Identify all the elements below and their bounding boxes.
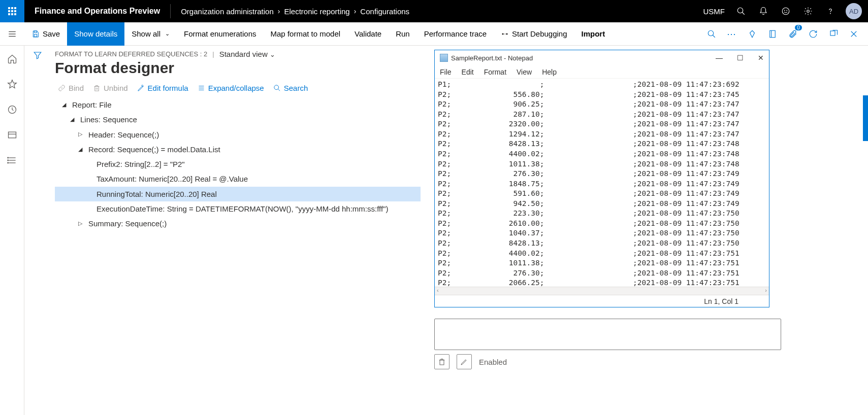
tree-node-execdt[interactable]: ExecutionDateTime: String = DATETIMEFORM… bbox=[55, 201, 421, 216]
bell-icon[interactable] bbox=[753, 0, 774, 22]
show-all-button[interactable]: Show all⌄ bbox=[124, 22, 177, 46]
svg-point-37 bbox=[7, 157, 8, 158]
diamond-icon[interactable] bbox=[743, 25, 761, 43]
avatar[interactable]: AD bbox=[846, 3, 862, 19]
config-name: FORMAT TO LEARN DEFERRED SEQUENCES : 2 bbox=[55, 50, 207, 58]
notepad-hscrollbar[interactable]: ‹› bbox=[435, 287, 769, 295]
map-format-button[interactable]: Map format to model bbox=[264, 22, 348, 46]
notepad-menubar: File Edit Format View Help bbox=[435, 65, 769, 79]
expand-icon[interactable]: ▷ bbox=[78, 129, 85, 140]
chevron-right-icon: › bbox=[278, 7, 280, 15]
minimize-icon[interactable]: — bbox=[716, 54, 723, 62]
app-launcher-icon[interactable] bbox=[0, 0, 24, 22]
gear-icon[interactable] bbox=[798, 0, 818, 22]
smile-icon[interactable] bbox=[776, 0, 796, 22]
svg-line-25 bbox=[713, 35, 715, 38]
start-debugging-button[interactable]: Start Debugging bbox=[494, 22, 574, 46]
import-button[interactable]: Import bbox=[574, 22, 613, 46]
svg-rect-32 bbox=[8, 132, 16, 138]
notepad-titlebar[interactable]: SampleReport.txt - Notepad — ☐ ✕ bbox=[435, 50, 769, 65]
star-icon[interactable] bbox=[4, 76, 20, 92]
tree-node-record[interactable]: ◢Record: Sequence(;) = model.Data.List bbox=[55, 142, 421, 157]
collapse-icon[interactable]: ◢ bbox=[62, 99, 69, 110]
svg-point-9 bbox=[737, 8, 743, 13]
tree-node-runningtotal[interactable]: RunningTotal: Numeric[20..20] Real bbox=[55, 187, 421, 201]
workspace-icon[interactable] bbox=[4, 127, 20, 143]
menu-edit[interactable]: Edit bbox=[462, 68, 474, 76]
svg-point-22 bbox=[506, 33, 508, 34]
save-label: Save bbox=[43, 29, 60, 38]
delete-icon[interactable] bbox=[434, 354, 449, 369]
close-icon[interactable] bbox=[845, 25, 863, 43]
side-strip[interactable] bbox=[863, 95, 868, 141]
svg-point-11 bbox=[782, 8, 789, 15]
expand-icon[interactable]: ▷ bbox=[78, 218, 85, 229]
svg-rect-6 bbox=[8, 13, 10, 15]
tree-node-report[interactable]: ◢Report: File bbox=[55, 97, 421, 112]
tree-node-summary[interactable]: ▷Summary: Sequence(;) bbox=[55, 216, 421, 231]
menu-file[interactable]: File bbox=[440, 68, 452, 76]
hamburger-icon[interactable] bbox=[0, 29, 24, 39]
svg-rect-3 bbox=[8, 10, 10, 12]
format-enumerations-button[interactable]: Format enumerations bbox=[177, 22, 264, 46]
breadcrumb-item[interactable]: Configurations bbox=[360, 7, 409, 16]
attachments-icon[interactable]: 0 bbox=[784, 25, 802, 43]
tree-node-header[interactable]: ▷Header: Sequence(;) bbox=[55, 127, 421, 142]
save-button[interactable]: Save bbox=[24, 22, 67, 46]
clock-icon[interactable] bbox=[4, 101, 20, 118]
run-button[interactable]: Run bbox=[389, 22, 417, 46]
notepad-statusbar: Ln 1, Col 1 bbox=[435, 295, 769, 307]
modules-icon[interactable] bbox=[4, 152, 20, 168]
help-icon[interactable] bbox=[820, 0, 841, 22]
expand-collapse-button[interactable]: Expand/collapse bbox=[198, 84, 264, 92]
bind-button[interactable]: Bind bbox=[58, 84, 84, 92]
office-icon[interactable] bbox=[763, 25, 782, 43]
validate-button[interactable]: Validate bbox=[347, 22, 389, 46]
tree-node-taxamount[interactable]: TaxAmount: Numeric[20..20] Real = @.Valu… bbox=[55, 171, 421, 186]
notepad-title-text: SampleReport.txt - Notepad bbox=[451, 54, 533, 62]
collapse-icon[interactable]: ◢ bbox=[70, 114, 77, 125]
svg-rect-7 bbox=[11, 13, 13, 15]
collapse-icon[interactable]: ◢ bbox=[78, 144, 85, 155]
edit-formula-button[interactable]: Edit formula bbox=[137, 84, 188, 92]
breadcrumb-item[interactable]: Organization administration bbox=[181, 7, 274, 16]
company-picker[interactable]: USMF bbox=[703, 7, 725, 16]
menu-view[interactable]: View bbox=[517, 68, 532, 76]
edit-icon[interactable] bbox=[457, 354, 472, 369]
search-icon[interactable] bbox=[731, 0, 751, 22]
svg-point-13 bbox=[787, 10, 787, 11]
filter-icon[interactable] bbox=[33, 51, 42, 415]
svg-rect-1 bbox=[11, 7, 13, 9]
svg-rect-48 bbox=[440, 360, 444, 365]
refresh-icon[interactable] bbox=[804, 25, 822, 43]
svg-rect-4 bbox=[11, 10, 13, 12]
unbind-button[interactable]: Unbind bbox=[93, 84, 128, 92]
popout-icon[interactable] bbox=[824, 25, 843, 43]
svg-point-38 bbox=[7, 160, 8, 161]
svg-point-12 bbox=[784, 10, 785, 11]
notepad-textarea[interactable]: P1; ; ;2021-08-09 11:47:23:692 P2; 556.8… bbox=[435, 79, 769, 287]
more-icon[interactable]: ⋯ bbox=[723, 25, 741, 43]
top-header: Finance and Operations Preview Organizat… bbox=[0, 0, 868, 22]
performance-trace-button[interactable]: Performance trace bbox=[417, 22, 494, 46]
search-tree-button[interactable]: Search bbox=[273, 84, 308, 92]
breadcrumb-item[interactable]: Electronic reporting bbox=[284, 7, 349, 16]
action-bar-right: ⋯ 0 bbox=[702, 25, 868, 43]
menu-help[interactable]: Help bbox=[542, 68, 557, 76]
maximize-icon[interactable]: ☐ bbox=[737, 54, 744, 62]
svg-point-39 bbox=[7, 162, 8, 163]
home-icon[interactable] bbox=[4, 51, 20, 67]
svg-rect-26 bbox=[770, 30, 776, 38]
header-right: USMF AD bbox=[703, 0, 869, 22]
tree-node-prefix2[interactable]: Prefix2: String[2..2] = "P2" bbox=[55, 157, 421, 171]
tree-node-lines[interactable]: ◢Lines: Sequence bbox=[55, 112, 421, 127]
search-command-icon[interactable] bbox=[702, 25, 721, 43]
show-details-button[interactable]: Show details bbox=[67, 22, 124, 46]
close-icon[interactable]: ✕ bbox=[758, 54, 764, 62]
formula-textbox[interactable] bbox=[434, 319, 781, 350]
svg-point-24 bbox=[708, 30, 714, 36]
window-controls: — ☐ ✕ bbox=[716, 54, 764, 62]
svg-rect-0 bbox=[8, 7, 10, 9]
view-selector[interactable]: Standard view ⌄ bbox=[219, 50, 275, 58]
menu-format[interactable]: Format bbox=[484, 68, 506, 76]
